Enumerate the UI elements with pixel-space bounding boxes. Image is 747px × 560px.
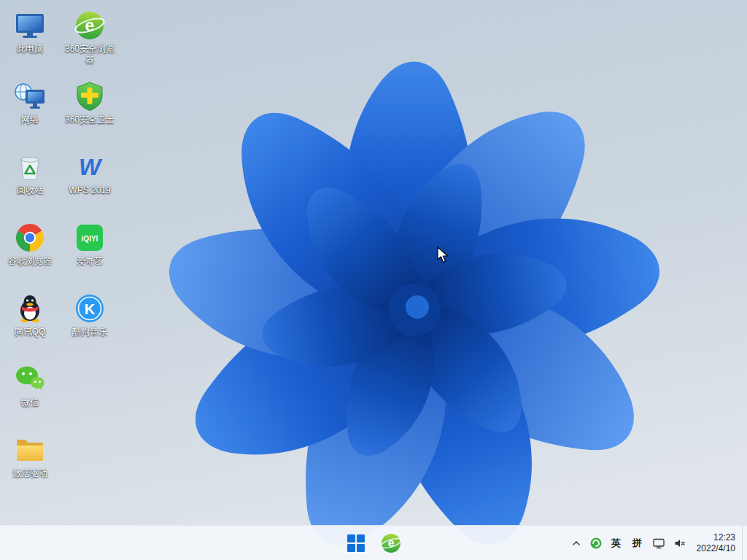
desktop-icon-label: 爱奇艺	[77, 256, 103, 267]
desktop-icon-label: WPS 2019	[69, 185, 110, 196]
svg-text:iQIYI: iQIYI	[82, 235, 98, 243]
desktop-icon-chrome[interactable]: 谷歌浏览器	[1, 218, 58, 289]
taskbar-360-browser-button[interactable]: e	[376, 529, 406, 558]
desktop-icon-label: 360安全浏览器	[62, 44, 117, 66]
chrome-icon	[14, 222, 46, 254]
desktop-icon-360-safety[interactable]: 360安全卫士	[61, 77, 118, 147]
ime-language-indicator[interactable]: 英	[606, 529, 627, 558]
desktop-icon-grid: 此电脑 网络	[1, 6, 118, 501]
recycle-bin-icon	[14, 151, 46, 183]
network-tray-button[interactable]	[649, 529, 669, 558]
svg-text:K: K	[85, 301, 96, 317]
tray-chevron-up-button[interactable]	[567, 529, 586, 558]
desktop-icon-360-browser[interactable]: e 360安全浏览器	[61, 6, 118, 77]
desktop-icon-label: 谷歌浏览器	[8, 256, 52, 267]
svg-text:e: e	[85, 16, 95, 35]
svg-text:W: W	[79, 154, 103, 180]
volume-tray-button[interactable]	[670, 529, 690, 558]
tray-date: 2022/4/10	[697, 543, 735, 554]
desktop-icon-iqiyi[interactable]: iQIYI 爱奇艺	[61, 218, 118, 289]
wechat-icon	[14, 363, 46, 395]
desktop-icon-recycle-bin[interactable]: 回收站	[1, 147, 58, 218]
taskbar: e 英 拼	[0, 525, 747, 560]
desktop-icon-label: 激活驱动	[12, 468, 47, 479]
desktop-icon-label: 回收站	[17, 185, 43, 196]
system-tray: 英 拼 12:23 2022/4/10	[567, 526, 746, 560]
show-desktop-button[interactable]	[742, 526, 746, 560]
desktop-icon-network[interactable]: 网络	[1, 77, 58, 147]
ime-mode-indicator[interactable]: 拼	[627, 529, 648, 558]
windows-logo-icon	[347, 534, 365, 553]
360-tray-icon	[590, 537, 602, 549]
desktop-icon-qq[interactable]: 腾讯QQ	[1, 289, 58, 359]
360-safety-shield-icon	[74, 80, 106, 112]
tray-time: 12:23	[713, 532, 735, 543]
network-icon	[652, 537, 665, 550]
wps-icon: W	[74, 151, 106, 183]
desktop-icon-label: 微信	[21, 397, 39, 408]
desktop-icon-label: 酷狗音乐	[72, 327, 107, 338]
360-browser-icon: e	[380, 532, 402, 554]
start-button[interactable]	[341, 529, 371, 558]
desktop-icon-this-pc[interactable]: 此电脑	[1, 6, 58, 77]
desktop-icon-label: 360安全卫士	[65, 114, 115, 125]
svg-text:e: e	[388, 537, 395, 549]
desktop-icon-label: 腾讯QQ	[15, 327, 46, 338]
tray-clock[interactable]: 12:23 2022/4/10	[691, 529, 741, 558]
desktop-icon-wps[interactable]: W WPS 2019	[61, 147, 118, 218]
network-globe-icon	[14, 80, 46, 112]
desktop-icon-wechat[interactable]: 微信	[1, 359, 58, 430]
desktop-icon-column-1: 此电脑 网络	[1, 6, 58, 501]
this-pc-icon	[14, 9, 46, 42]
qq-penguin-icon	[14, 292, 46, 324]
kugou-music-icon: K	[74, 292, 106, 324]
desktop-icon-activation-folder[interactable]: 激活驱动	[1, 430, 58, 501]
desktop-icon-column-2: e 360安全浏览器 360安全卫士 W WPS 2019	[61, 6, 118, 359]
folder-icon	[14, 434, 46, 466]
tray-360-button[interactable]	[587, 529, 605, 558]
desktop-icon-label: 此电脑	[17, 44, 43, 55]
volume-muted-icon	[673, 537, 686, 550]
desktop-icon-kugou[interactable]: K 酷狗音乐	[61, 289, 118, 359]
desktop-icon-label: 网络	[21, 114, 39, 125]
360-browser-icon: e	[74, 9, 106, 42]
taskbar-center-icons: e	[341, 529, 406, 558]
iqiyi-icon: iQIYI	[74, 222, 106, 254]
chevron-up-icon	[571, 538, 581, 548]
